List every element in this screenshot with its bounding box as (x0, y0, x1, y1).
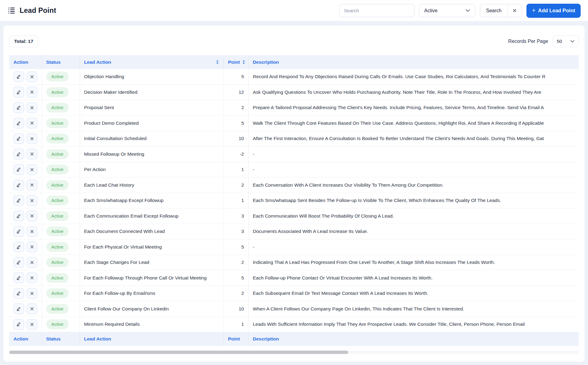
edit-button[interactable] (13, 226, 24, 237)
description-cell: Each Subsequent Email Or Text Message Co… (248, 286, 579, 301)
action-cell (9, 177, 42, 193)
description-cell: Walk The Client Through Core Features Ba… (248, 116, 579, 131)
lead-action-cell: Per Action (80, 162, 224, 177)
edit-button[interactable] (13, 257, 24, 268)
action-cell (9, 146, 42, 162)
records-per-page-value: 50 (557, 39, 562, 44)
description-cell: Each Conversation With A Client Increase… (248, 177, 579, 193)
action-cell (9, 116, 42, 131)
sort-icon[interactable] (216, 60, 219, 64)
lead-action-cell: Missed Followup Or Meeting (80, 146, 224, 162)
delete-button[interactable] (27, 272, 37, 283)
lead-point-table: Action Status Lead Action Point (9, 55, 579, 346)
delete-button[interactable] (27, 211, 37, 221)
action-cell (9, 100, 42, 116)
point-cell: 2 (224, 286, 248, 301)
point-cell: 3 (224, 224, 248, 239)
status-cell: Active (42, 162, 80, 177)
status-cell: Active (42, 69, 80, 85)
edit-button[interactable] (13, 87, 24, 97)
action-cell (9, 224, 42, 239)
action-cell (9, 208, 42, 224)
status-badge: Active (46, 242, 69, 252)
edit-button[interactable] (13, 303, 24, 314)
sort-icon[interactable] (242, 60, 246, 64)
delete-button[interactable] (27, 288, 37, 299)
status-badge: Active (46, 319, 69, 329)
action-cell (9, 162, 42, 177)
delete-button[interactable] (27, 133, 37, 144)
point-cell: 2 (224, 177, 248, 193)
header-point[interactable]: Point (224, 55, 248, 69)
edit-button[interactable] (13, 133, 24, 144)
delete-button[interactable] (27, 102, 37, 113)
point-cell: 2 (224, 100, 248, 116)
description-cell: Each Communication Will Boost The Probab… (248, 208, 579, 224)
edit-button[interactable] (13, 118, 24, 128)
records-per-page-select[interactable]: 50 (552, 35, 579, 47)
footer-status: Status (42, 332, 80, 346)
edit-button[interactable] (13, 71, 24, 82)
lead-action-cell: For Each Followup Through Phone Call Or … (80, 270, 224, 286)
status-cell: Active (42, 317, 80, 332)
header-action: Action (9, 55, 42, 69)
status-filter-select[interactable]: Active (419, 4, 475, 17)
card-toolbar: Total: 17 Records Per Page 50 (9, 35, 579, 47)
description-cell: Documents Associated With A Lead Increas… (248, 224, 579, 239)
edit-button[interactable] (13, 288, 24, 299)
status-cell: Active (42, 301, 80, 317)
edit-button[interactable] (13, 195, 24, 206)
edit-button[interactable] (13, 319, 24, 330)
delete-button[interactable] (27, 195, 37, 206)
delete-button[interactable] (27, 241, 37, 252)
lead-action-cell: Product Demo Completed (80, 116, 224, 131)
lead-action-cell: Decision Maker Identified (80, 85, 224, 100)
description-cell: - (248, 146, 579, 162)
status-badge: Active (46, 180, 69, 190)
table-row: Active For Each Physical Or Virtual Meet… (9, 239, 579, 255)
header-description: Description (248, 55, 579, 69)
delete-button[interactable] (27, 71, 37, 82)
description-cell: Record And Respond To Any Objections Rai… (248, 69, 579, 85)
lead-action-cell: Minimum Required Details (80, 317, 224, 332)
edit-button[interactable] (13, 272, 24, 283)
lead-action-cell: Each Communication Email Except Followup (80, 208, 224, 224)
edit-button[interactable] (13, 149, 24, 159)
delete-button[interactable] (27, 303, 37, 314)
delete-button[interactable] (27, 257, 37, 268)
edit-button[interactable] (13, 102, 24, 113)
edit-button[interactable] (13, 241, 24, 252)
delete-button[interactable] (27, 319, 37, 330)
edit-button[interactable] (13, 211, 24, 221)
delete-button[interactable] (27, 118, 37, 128)
status-badge: Active (46, 196, 69, 205)
plus-icon: + (532, 7, 536, 13)
edit-button[interactable] (13, 180, 24, 190)
table-row: Active Each Sms/whatsapp Except Followup… (9, 193, 579, 208)
delete-button[interactable] (27, 226, 37, 237)
table-row: Active For Each Follow-up By Email/sms 2… (9, 286, 579, 301)
point-cell: -2 (224, 146, 248, 162)
search-input[interactable] (339, 4, 414, 17)
table-row: Active Per Action 1 - (9, 162, 579, 177)
action-cell (9, 85, 42, 100)
add-lead-point-button[interactable]: + Add Lead Point (526, 4, 581, 18)
action-cell (9, 286, 42, 301)
header-lead-action[interactable]: Lead Action (80, 55, 224, 69)
delete-button[interactable] (27, 164, 37, 175)
status-badge: Active (46, 288, 69, 298)
status-cell: Active (42, 270, 80, 286)
action-cell (9, 239, 42, 255)
point-cell: 2 (224, 255, 248, 270)
edit-button[interactable] (13, 164, 24, 175)
clear-search-button[interactable] (507, 4, 522, 17)
delete-button[interactable] (27, 180, 37, 190)
table-footer-row: Action Status Lead Action Point Descript… (9, 332, 579, 346)
delete-button[interactable] (27, 149, 37, 159)
horizontal-scrollbar-track[interactable] (9, 351, 579, 354)
search-button[interactable]: Search (480, 4, 507, 17)
table-row: Active Each Stage Changes For Lead 2 Ind… (9, 255, 579, 270)
table-row: Active Missed Followup Or Meeting -2 - (9, 146, 579, 162)
horizontal-scrollbar-thumb[interactable] (9, 351, 348, 354)
delete-button[interactable] (27, 87, 37, 97)
